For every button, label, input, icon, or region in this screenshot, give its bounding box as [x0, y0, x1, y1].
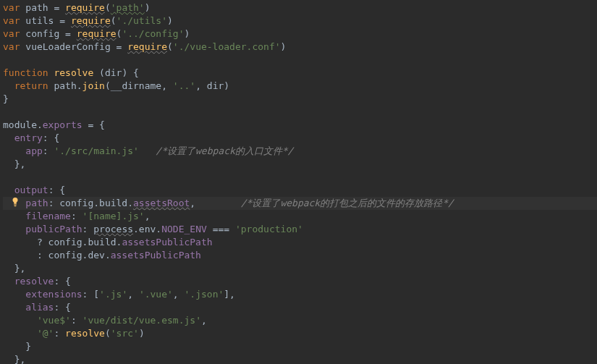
- code-line[interactable]: 'vue$': 'vue/dist/vue.esm.js',: [3, 314, 597, 327]
- code-line[interactable]: extensions: ['.js', '.vue', '.json'],: [3, 288, 597, 301]
- code-line[interactable]: entry: {: [3, 132, 597, 145]
- code-line[interactable]: publicPath: process.env.NODE_ENV === 'pr…: [3, 223, 597, 236]
- code-line[interactable]: }: [3, 93, 597, 106]
- identifier: path: [25, 2, 48, 13]
- code-line[interactable]: return path.join(__dirname, '..', dir): [3, 80, 597, 93]
- code-line[interactable]: alias: {: [3, 301, 597, 314]
- code-line[interactable]: var config = require('../config'): [3, 27, 597, 41]
- keyword-var: var: [3, 15, 20, 26]
- string: 'path': [111, 2, 145, 13]
- code-line[interactable]: output: {: [3, 184, 597, 197]
- code-line[interactable]: [3, 54, 597, 67]
- code-line[interactable]: filename: '[name].js',: [3, 210, 597, 223]
- code-line[interactable]: [3, 171, 597, 184]
- keyword-return: return: [14, 80, 48, 91]
- code-line[interactable]: },: [3, 262, 597, 275]
- code-line[interactable]: },: [3, 353, 597, 364]
- code-line[interactable]: [3, 106, 597, 119]
- keyword-var: var: [3, 28, 20, 39]
- code-line[interactable]: function resolve (dir) {: [3, 67, 597, 80]
- keyword-var: var: [3, 41, 20, 52]
- code-line[interactable]: : config.dev.assetsPublicPath: [3, 249, 597, 262]
- keyword-function: function: [3, 67, 48, 78]
- code-line[interactable]: var vueLoaderConfig = require('./vue-loa…: [3, 41, 597, 54]
- code-line[interactable]: var path = require('path'): [3, 1, 597, 14]
- fn-require: require: [65, 2, 105, 13]
- code-line[interactable]: app: './src/main.js' /*设置了webpack的入口文件*/: [3, 145, 597, 158]
- code-line[interactable]: ? config.build.assetsPublicPath: [3, 236, 597, 249]
- code-line[interactable]: '@': resolve('src'): [3, 327, 597, 340]
- code-line[interactable]: },: [3, 158, 597, 171]
- lightbulb-icon[interactable]: [10, 197, 20, 207]
- comment: /*设置了webpack的打包之后的文件的存放路径*/: [195, 198, 454, 208]
- code-line[interactable]: module.exports = {: [3, 119, 597, 132]
- code-line[interactable]: }: [3, 340, 597, 353]
- comment: /*设置了webpack的入口文件*/: [139, 145, 294, 156]
- code-line[interactable]: resolve: {: [3, 275, 597, 288]
- fn-name: resolve: [54, 67, 93, 78]
- keyword-var: var: [3, 2, 20, 13]
- code-line[interactable]: var utils = require('./utils'): [3, 14, 597, 27]
- code-line-active[interactable]: path: config.build.assetsRoot, /*设置了webp…: [3, 197, 597, 210]
- code-editor[interactable]: var path = require('path') var utils = r…: [0, 0, 597, 364]
